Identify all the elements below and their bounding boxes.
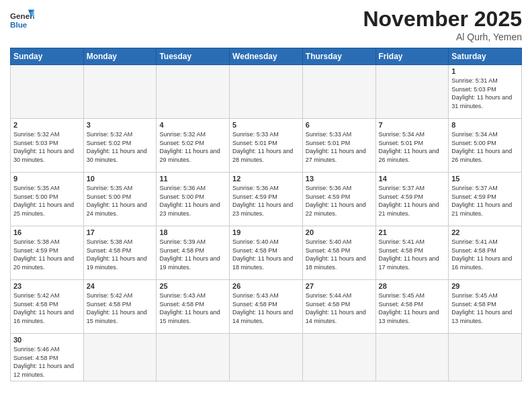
day-info: Sunrise: 5:38 AMSunset: 4:58 PMDaylight:… bbox=[87, 238, 154, 271]
day-info: Sunrise: 5:42 AMSunset: 4:58 PMDaylight:… bbox=[13, 291, 81, 325]
weekday-header-row: SundayMondayTuesdayWednesdayThursdayFrid… bbox=[11, 48, 522, 65]
day-number: 29 bbox=[451, 282, 519, 290]
calendar-cell: 26Sunrise: 5:43 AMSunset: 4:58 PMDayligh… bbox=[230, 280, 303, 334]
calendar-cell: 9Sunrise: 5:35 AMSunset: 5:00 PMDaylight… bbox=[11, 173, 84, 226]
calendar-week-row: 30Sunrise: 5:46 AMSunset: 4:58 PMDayligh… bbox=[11, 334, 522, 381]
calendar-week-row: 23Sunrise: 5:42 AMSunset: 4:58 PMDayligh… bbox=[11, 280, 522, 334]
weekday-header-sunday: Sunday bbox=[11, 48, 84, 65]
day-info: Sunrise: 5:41 AMSunset: 4:58 PMDaylight:… bbox=[451, 238, 519, 271]
calendar-week-row: 1Sunrise: 5:31 AMSunset: 5:03 PMDaylight… bbox=[11, 65, 522, 119]
day-info: Sunrise: 5:34 AMSunset: 5:00 PMDaylight:… bbox=[451, 130, 519, 164]
calendar-week-row: 2Sunrise: 5:32 AMSunset: 5:03 PMDaylight… bbox=[11, 119, 522, 173]
day-number: 23 bbox=[13, 282, 81, 290]
day-number: 25 bbox=[159, 282, 226, 290]
calendar-cell: 17Sunrise: 5:38 AMSunset: 4:58 PMDayligh… bbox=[83, 226, 157, 280]
day-info: Sunrise: 5:43 AMSunset: 4:58 PMDaylight:… bbox=[232, 291, 300, 325]
day-number: 28 bbox=[379, 282, 446, 290]
calendar-cell bbox=[375, 334, 449, 381]
day-info: Sunrise: 5:37 AMSunset: 4:59 PMDaylight:… bbox=[451, 184, 519, 218]
day-info: Sunrise: 5:33 AMSunset: 5:01 PMDaylight:… bbox=[306, 130, 373, 164]
title-block: November 2025 Al Qurh, Yemen bbox=[363, 7, 522, 42]
day-number: 22 bbox=[451, 228, 519, 236]
calendar-cell: 2Sunrise: 5:32 AMSunset: 5:03 PMDaylight… bbox=[11, 119, 84, 173]
location: Al Qurh, Yemen bbox=[363, 32, 522, 42]
day-number: 9 bbox=[13, 175, 81, 183]
day-number: 7 bbox=[379, 121, 446, 129]
weekday-header-wednesday: Wednesday bbox=[230, 48, 303, 65]
day-number: 14 bbox=[379, 175, 446, 183]
weekday-header-tuesday: Tuesday bbox=[157, 48, 230, 65]
day-info: Sunrise: 5:36 AMSunset: 5:00 PMDaylight:… bbox=[159, 184, 226, 218]
calendar-cell: 22Sunrise: 5:41 AMSunset: 4:58 PMDayligh… bbox=[449, 226, 522, 280]
logo-icon: General Blue bbox=[10, 7, 34, 31]
day-info: Sunrise: 5:44 AMSunset: 4:58 PMDaylight:… bbox=[306, 291, 373, 325]
calendar-cell bbox=[302, 334, 375, 381]
calendar-cell: 28Sunrise: 5:45 AMSunset: 4:58 PMDayligh… bbox=[375, 280, 449, 334]
calendar-week-row: 16Sunrise: 5:38 AMSunset: 4:59 PMDayligh… bbox=[11, 226, 522, 280]
calendar-cell: 7Sunrise: 5:34 AMSunset: 5:01 PMDaylight… bbox=[375, 119, 449, 173]
day-number: 30 bbox=[13, 336, 81, 344]
calendar-cell: 27Sunrise: 5:44 AMSunset: 4:58 PMDayligh… bbox=[302, 280, 375, 334]
day-number: 5 bbox=[232, 121, 300, 129]
day-info: Sunrise: 5:32 AMSunset: 5:03 PMDaylight:… bbox=[13, 130, 81, 164]
day-number: 4 bbox=[159, 121, 226, 129]
calendar-cell: 12Sunrise: 5:36 AMSunset: 4:59 PMDayligh… bbox=[230, 173, 303, 226]
calendar-cell bbox=[83, 334, 157, 381]
day-number: 20 bbox=[306, 228, 373, 236]
calendar-cell: 10Sunrise: 5:35 AMSunset: 5:00 PMDayligh… bbox=[83, 173, 157, 226]
calendar-cell: 21Sunrise: 5:41 AMSunset: 4:58 PMDayligh… bbox=[375, 226, 449, 280]
calendar-cell: 24Sunrise: 5:42 AMSunset: 4:58 PMDayligh… bbox=[83, 280, 157, 334]
calendar-cell: 18Sunrise: 5:39 AMSunset: 4:58 PMDayligh… bbox=[157, 226, 230, 280]
day-number: 3 bbox=[87, 121, 154, 129]
day-number: 15 bbox=[451, 175, 519, 183]
day-number: 2 bbox=[13, 121, 81, 129]
calendar-cell: 8Sunrise: 5:34 AMSunset: 5:00 PMDaylight… bbox=[449, 119, 522, 173]
weekday-header-friday: Friday bbox=[375, 48, 449, 65]
day-number: 19 bbox=[232, 228, 300, 236]
calendar-cell: 4Sunrise: 5:32 AMSunset: 5:02 PMDaylight… bbox=[157, 119, 230, 173]
day-info: Sunrise: 5:42 AMSunset: 4:58 PMDaylight:… bbox=[87, 291, 154, 325]
day-number: 26 bbox=[232, 282, 300, 290]
calendar-cell bbox=[83, 65, 157, 119]
calendar-table: SundayMondayTuesdayWednesdayThursdayFrid… bbox=[10, 48, 522, 381]
day-number: 6 bbox=[306, 121, 373, 129]
calendar-cell: 13Sunrise: 5:36 AMSunset: 4:59 PMDayligh… bbox=[302, 173, 375, 226]
weekday-header-saturday: Saturday bbox=[449, 48, 522, 65]
day-info: Sunrise: 5:31 AMSunset: 5:03 PMDaylight:… bbox=[451, 77, 519, 110]
page-header: General Blue November 2025 Al Qurh, Yeme… bbox=[10, 7, 522, 42]
day-number: 27 bbox=[306, 282, 373, 290]
calendar-cell bbox=[157, 334, 230, 381]
day-number: 1 bbox=[451, 67, 519, 75]
day-info: Sunrise: 5:35 AMSunset: 5:00 PMDaylight:… bbox=[87, 184, 154, 218]
day-info: Sunrise: 5:37 AMSunset: 4:59 PMDaylight:… bbox=[379, 184, 446, 218]
day-number: 18 bbox=[159, 228, 226, 236]
day-info: Sunrise: 5:38 AMSunset: 4:59 PMDaylight:… bbox=[13, 238, 81, 271]
day-info: Sunrise: 5:36 AMSunset: 4:59 PMDaylight:… bbox=[232, 184, 300, 218]
calendar-cell: 3Sunrise: 5:32 AMSunset: 5:02 PMDaylight… bbox=[83, 119, 157, 173]
day-info: Sunrise: 5:45 AMSunset: 4:58 PMDaylight:… bbox=[379, 291, 446, 325]
calendar-week-row: 9Sunrise: 5:35 AMSunset: 5:00 PMDaylight… bbox=[11, 173, 522, 226]
day-info: Sunrise: 5:40 AMSunset: 4:58 PMDaylight:… bbox=[306, 238, 373, 271]
svg-text:Blue: Blue bbox=[10, 20, 28, 29]
calendar-cell bbox=[375, 65, 449, 119]
calendar-cell: 15Sunrise: 5:37 AMSunset: 4:59 PMDayligh… bbox=[449, 173, 522, 226]
calendar-cell: 30Sunrise: 5:46 AMSunset: 4:58 PMDayligh… bbox=[11, 334, 84, 381]
day-info: Sunrise: 5:40 AMSunset: 4:58 PMDaylight:… bbox=[232, 238, 300, 271]
calendar-cell: 6Sunrise: 5:33 AMSunset: 5:01 PMDaylight… bbox=[302, 119, 375, 173]
day-info: Sunrise: 5:41 AMSunset: 4:58 PMDaylight:… bbox=[379, 238, 446, 271]
calendar-cell bbox=[302, 65, 375, 119]
day-info: Sunrise: 5:32 AMSunset: 5:02 PMDaylight:… bbox=[87, 130, 154, 164]
day-info: Sunrise: 5:43 AMSunset: 4:58 PMDaylight:… bbox=[159, 291, 226, 325]
day-number: 8 bbox=[451, 121, 519, 129]
day-number: 21 bbox=[379, 228, 446, 236]
day-info: Sunrise: 5:35 AMSunset: 5:00 PMDaylight:… bbox=[13, 184, 81, 218]
day-number: 10 bbox=[87, 175, 154, 183]
calendar-cell: 16Sunrise: 5:38 AMSunset: 4:59 PMDayligh… bbox=[11, 226, 84, 280]
calendar-cell bbox=[230, 334, 303, 381]
day-info: Sunrise: 5:46 AMSunset: 4:58 PMDaylight:… bbox=[13, 345, 81, 379]
calendar-cell: 25Sunrise: 5:43 AMSunset: 4:58 PMDayligh… bbox=[157, 280, 230, 334]
day-number: 24 bbox=[87, 282, 154, 290]
day-number: 11 bbox=[159, 175, 226, 183]
day-info: Sunrise: 5:34 AMSunset: 5:01 PMDaylight:… bbox=[379, 130, 446, 164]
calendar-cell: 29Sunrise: 5:45 AMSunset: 4:58 PMDayligh… bbox=[449, 280, 522, 334]
